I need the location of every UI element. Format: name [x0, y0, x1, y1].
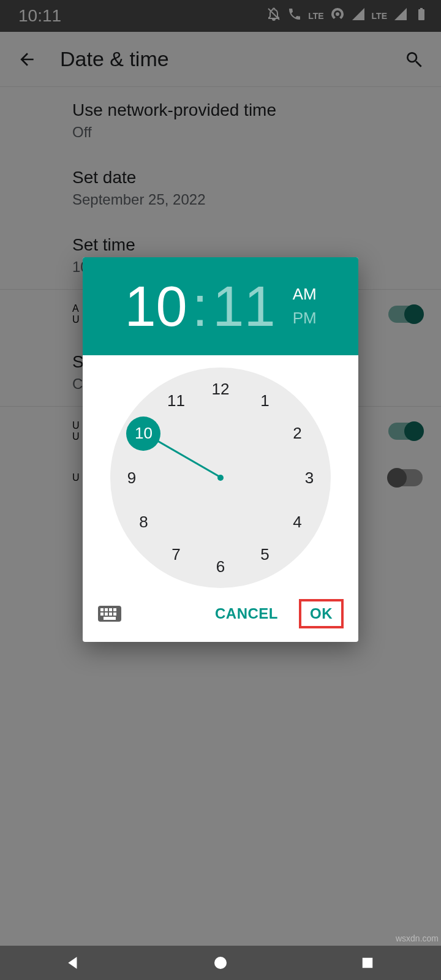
svg-rect-8: [109, 612, 112, 616]
clock-hour-2[interactable]: 2: [284, 420, 311, 447]
time-picker-header: 10 : 11 AM PM: [83, 257, 358, 355]
svg-rect-3: [105, 608, 108, 611]
clock-hour-12[interactable]: 12: [207, 375, 234, 402]
ok-button[interactable]: OK: [299, 599, 344, 628]
keyboard-input-button[interactable]: [97, 605, 122, 623]
svg-point-11: [214, 957, 227, 969]
svg-rect-2: [100, 608, 104, 611]
clock-hour-10[interactable]: 10: [126, 417, 160, 451]
clock-hand: [148, 435, 222, 479]
nav-recents-button[interactable]: [353, 948, 382, 978]
clock-hour-5[interactable]: 5: [252, 541, 279, 568]
clock-container: 121234567891011: [83, 355, 358, 588]
svg-rect-9: [113, 612, 116, 616]
cancel-button[interactable]: CANCEL: [205, 599, 288, 628]
svg-rect-5: [113, 608, 116, 611]
navigation-bar: [0, 946, 441, 980]
watermark: wsxdn.com: [396, 933, 439, 943]
clock-hour-6[interactable]: 6: [207, 553, 234, 580]
svg-rect-4: [109, 608, 112, 611]
time-colon: :: [192, 278, 208, 334]
clock-hour-4[interactable]: 4: [284, 509, 311, 536]
dialog-actions: CANCEL OK: [83, 588, 358, 642]
nav-home-button[interactable]: [206, 948, 235, 978]
clock-hour-1[interactable]: 1: [252, 387, 279, 414]
hour-display[interactable]: 10: [124, 278, 187, 334]
clock-hour-9[interactable]: 9: [118, 464, 145, 491]
clock-hour-11[interactable]: 11: [163, 387, 190, 414]
pm-button[interactable]: PM: [293, 309, 317, 328]
svg-rect-12: [363, 958, 373, 968]
clock-hour-8[interactable]: 8: [130, 509, 157, 536]
time-picker-dialog: 10 : 11 AM PM 121234567891011 CANCEL OK: [83, 257, 358, 642]
clock-hour-3[interactable]: 3: [296, 464, 323, 491]
svg-rect-10: [104, 617, 116, 620]
am-button[interactable]: AM: [293, 285, 317, 304]
clock-hour-7[interactable]: 7: [163, 541, 190, 568]
svg-rect-7: [105, 612, 108, 616]
minute-display[interactable]: 11: [213, 278, 275, 334]
svg-rect-6: [100, 612, 104, 616]
clock-face[interactable]: 121234567891011: [110, 368, 331, 588]
ampm-toggle: AM PM: [293, 285, 317, 328]
nav-back-button[interactable]: [59, 948, 88, 978]
